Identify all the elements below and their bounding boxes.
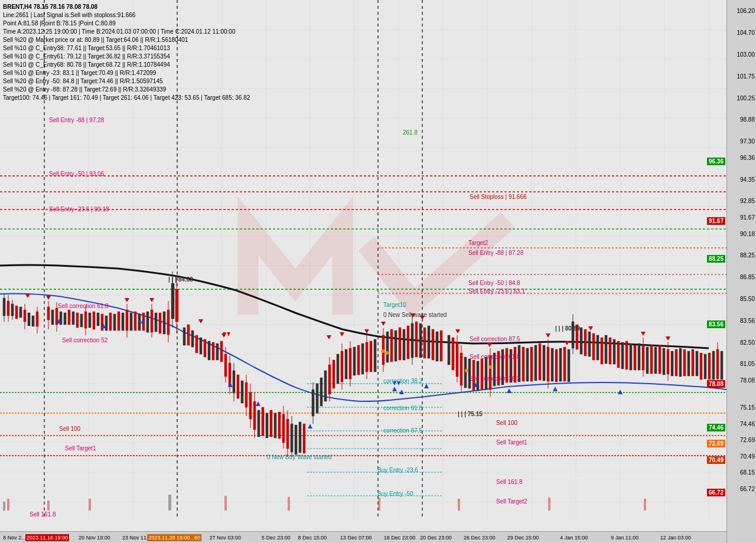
svg-rect-166 <box>361 344 364 374</box>
svg-rect-80 <box>76 313 79 328</box>
price-104: 104.70 <box>737 30 755 36</box>
svg-rect-238 <box>634 345 636 370</box>
svg-rect-227 <box>588 332 591 356</box>
svg-rect-136 <box>262 407 264 436</box>
svg-rect-181 <box>415 322 418 357</box>
svg-rect-186 <box>436 332 438 361</box>
price-scale: 106.20 104.70 103.00 101.75 100.25 98.88… <box>726 0 756 543</box>
svg-rect-340 <box>224 496 227 511</box>
price-box-83: 83.56 <box>707 320 725 328</box>
time-jan9: 9 Jan 11:00 <box>611 535 638 541</box>
info-panel: BRENT,H4 78.15 78.16 78.08 78.08 Line:26… <box>3 3 250 102</box>
svg-rect-335 <box>3 502 5 511</box>
svg-rect-99 <box>146 312 149 332</box>
svg-rect-81 <box>80 314 83 327</box>
svg-rect-153 <box>320 378 322 406</box>
svg-text:Sell 100: Sell 100 <box>496 420 518 426</box>
svg-rect-152 <box>316 384 318 413</box>
svg-rect-116 <box>204 339 206 357</box>
time-jan12: 12 Jan 03:00 <box>660 535 691 541</box>
price-70: 70.49 <box>740 453 755 459</box>
svg-rect-169 <box>370 341 372 372</box>
price-75: 75.15 <box>740 404 755 411</box>
svg-rect-165 <box>357 345 360 375</box>
svg-rect-183 <box>423 328 426 358</box>
svg-rect-187 <box>440 331 442 361</box>
price-box-72: 72.69 <box>707 440 725 447</box>
svg-rect-199 <box>485 357 487 390</box>
svg-rect-177 <box>403 329 405 360</box>
svg-text:Target2: Target2 <box>468 240 488 246</box>
svg-rect-117 <box>208 341 210 360</box>
svg-rect-78 <box>68 310 70 325</box>
svg-rect-139 <box>274 413 276 438</box>
price-100: 100.25 <box>737 94 755 101</box>
svg-text:261.8: 261.8 <box>403 129 418 136</box>
svg-text:Sell 161.8: Sell 161.8 <box>30 511 56 518</box>
info-line-9: Sell %20 @ Entry -50: 84.8 || Target:74.… <box>3 77 250 86</box>
time-dec18: 18 Dec 23:00 <box>384 535 416 541</box>
svg-rect-189 <box>452 338 454 370</box>
svg-text:Sell correction 61.8: Sell correction 61.8 <box>470 354 520 360</box>
price-98: 98.88 <box>740 116 755 123</box>
svg-rect-336 <box>7 499 9 511</box>
time-nov16: 2023.11.16 19:00 <box>25 534 69 541</box>
svg-rect-185 <box>432 329 434 360</box>
svg-rect-67 <box>28 313 30 326</box>
svg-rect-137 <box>266 413 268 438</box>
svg-rect-256 <box>700 353 702 380</box>
svg-point-298 <box>488 365 492 369</box>
svg-text:correction 87.5: correction 87.5 <box>383 427 423 434</box>
price-84: 83.56 <box>740 317 755 323</box>
svg-rect-239 <box>638 344 640 370</box>
svg-rect-229 <box>597 335 599 360</box>
svg-rect-102 <box>155 313 157 332</box>
svg-rect-96 <box>134 312 136 331</box>
svg-text:0 New Sell wave started: 0 New Sell wave started <box>383 312 447 318</box>
svg-rect-127 <box>237 375 239 398</box>
svg-rect-95 <box>130 313 132 331</box>
info-line-7: Sell %10 @ C_Entry68: 80.78 || Target:68… <box>3 61 250 69</box>
svg-rect-242 <box>646 347 649 374</box>
svg-rect-341 <box>288 497 290 511</box>
price-92: 92.85 <box>740 198 755 204</box>
svg-rect-113 <box>191 331 194 347</box>
price-97: 97.30 <box>740 138 755 145</box>
svg-rect-232 <box>609 338 611 364</box>
svg-text:Sell Entry -88 | 97.28: Sell Entry -88 | 97.28 <box>49 117 105 123</box>
svg-rect-176 <box>399 328 401 360</box>
info-line-6: Sell %10 @ C_Entry61: 79.12 || Target:36… <box>3 53 250 61</box>
chart-container: BRENT,H4 78.15 78.16 78.08 78.08 Line:26… <box>0 0 756 543</box>
time-dec20: 20 Dec 23:00 <box>420 535 452 541</box>
info-line-11: Target100: 74.46 | Target 161: 70.49 | T… <box>3 94 250 102</box>
price-101: 101.75 <box>737 73 755 79</box>
price-66: 66.72 <box>740 486 755 492</box>
svg-rect-234 <box>617 341 620 368</box>
svg-rect-245 <box>659 345 661 374</box>
svg-rect-345 <box>644 499 646 511</box>
time-nov27: 27 Nov 03:00 <box>210 535 242 541</box>
svg-text:Sell 161.8: Sell 161.8 <box>496 479 523 485</box>
svg-text:Sell Target2: Sell Target2 <box>496 498 527 505</box>
info-line-10: Sell %20 @ Entry -88: 87.28 || Target:72… <box>3 86 250 94</box>
svg-rect-170 <box>374 339 376 372</box>
svg-rect-210 <box>526 348 529 381</box>
svg-rect-343 <box>458 499 460 511</box>
svg-text:Sell Target1: Sell Target1 <box>496 439 527 446</box>
svg-rect-77 <box>64 313 66 325</box>
svg-rect-252 <box>683 349 686 376</box>
svg-rect-195 <box>468 359 471 388</box>
svg-rect-212 <box>535 345 537 381</box>
svg-rect-68 <box>32 316 34 326</box>
svg-rect-344 <box>548 498 550 511</box>
svg-rect-64 <box>19 307 22 318</box>
time-nov20: 20 Nov 19:00 <box>79 535 110 541</box>
svg-rect-104 <box>163 312 165 334</box>
svg-point-297 <box>465 369 468 372</box>
svg-rect-213 <box>539 344 541 380</box>
svg-rect-73 <box>51 310 54 325</box>
svg-text:Sell correction 52: Sell correction 52 <box>62 337 108 344</box>
price-81: 81.05 <box>740 361 755 367</box>
svg-rect-237 <box>630 344 632 370</box>
svg-rect-251 <box>679 348 682 377</box>
